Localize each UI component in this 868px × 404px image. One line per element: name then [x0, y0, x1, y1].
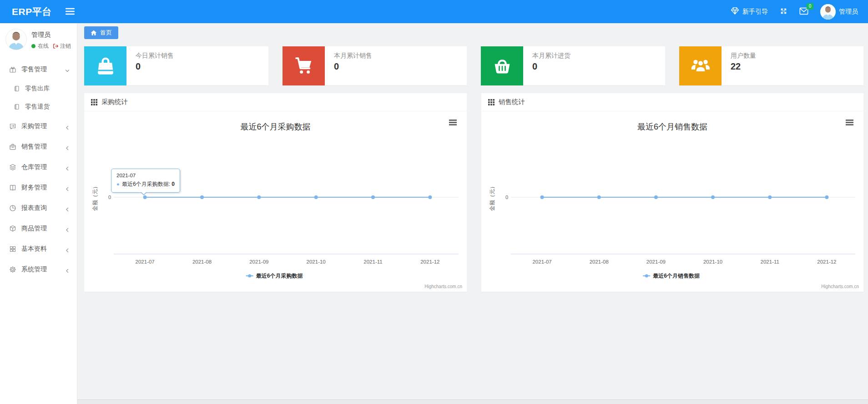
sidebar-item-warehouse[interactable]: 仓库管理	[0, 157, 77, 177]
chart-point	[597, 195, 601, 199]
svg-text:金额（元）: 金额（元）	[489, 184, 495, 211]
footer	[77, 399, 868, 404]
stat-card-month-purchase: 本月累计进货 0	[481, 46, 665, 85]
gift-icon	[9, 66, 16, 73]
line-chart-svg: 最近6个月采购数据金额（元）02021-072021-082021-092021…	[84, 111, 467, 291]
sales-chart: 最近6个月销售数据金额（元）02021-072021-082021-092021…	[481, 111, 863, 291]
sidebar: 管理员 在线 注销 零售管理 零售出库 零售退货	[0, 23, 77, 404]
sales-stats-panel: 销售统计 最近6个月销售数据金额（元）02021-072021-082021-0…	[481, 93, 863, 292]
stat-value: 0	[334, 61, 372, 72]
stat-card-month-sales: 本月累计销售 0	[283, 46, 467, 85]
sidebar-toggle-button[interactable]	[66, 7, 75, 16]
svg-text:最近6个月采购数据: 最近6个月采购数据	[256, 273, 303, 279]
sidebar-item-reports[interactable]: 报表查询	[0, 198, 77, 218]
chevron-left-icon	[65, 247, 70, 251]
chart-point	[428, 195, 432, 199]
message-count-badge: 0	[807, 3, 813, 10]
sidebar-item-sales[interactable]: 销售管理	[0, 136, 77, 157]
fullscreen-button[interactable]	[780, 7, 787, 16]
stat-label: 今日累计销售	[136, 52, 174, 60]
chart-point	[540, 195, 544, 199]
svg-text:Highcharts.com.cn: Highcharts.com.cn	[821, 284, 859, 289]
chevron-left-icon	[65, 267, 70, 272]
panel-title: 采购统计	[101, 98, 128, 106]
chevron-down-icon	[65, 67, 70, 72]
messages-button[interactable]: 0	[799, 7, 808, 16]
svg-text:2021-12: 2021-12	[817, 259, 836, 264]
chevron-left-icon	[65, 145, 70, 149]
layers-icon	[9, 164, 16, 171]
fullscreen-icon	[780, 7, 787, 16]
app-logo: ERP平台	[0, 5, 52, 18]
svg-text:最近6个月销售数据: 最近6个月销售数据	[653, 273, 700, 279]
sidebar-item-label: 采购管理	[21, 122, 47, 130]
sidebar-item-label: 仓库管理	[21, 163, 47, 171]
th-grid-icon	[91, 99, 97, 105]
svg-text:2021-10: 2021-10	[307, 259, 326, 264]
svg-text:0: 0	[108, 195, 111, 200]
sidebar-user-block: 管理员 在线 注销	[0, 23, 77, 58]
chevron-left-icon	[65, 206, 70, 210]
series-dot-icon: ●	[116, 181, 120, 187]
top-navbar: ERP平台 新手引导 0 管理员	[0, 0, 868, 23]
book-icon	[14, 104, 20, 110]
avatar	[820, 4, 836, 20]
chart-point	[371, 195, 375, 199]
sidebar-username: 管理员	[31, 31, 71, 39]
sidebar-item-basic-data[interactable]: 基本资料	[0, 239, 77, 259]
tab-home[interactable]: 首页	[84, 26, 118, 39]
briefcase-icon	[9, 143, 16, 150]
sidebar-item-system[interactable]: 系统管理	[0, 259, 77, 279]
chart-point	[654, 195, 658, 199]
sidebar-item-retail-outbound[interactable]: 零售出库	[0, 80, 77, 98]
sidebar-item-label: 基本资料	[21, 245, 47, 253]
tab-home-label: 首页	[100, 29, 112, 37]
sidebar-item-label: 销售管理	[21, 143, 47, 151]
pie-chart-icon	[9, 204, 16, 212]
sidebar-item-goods[interactable]: 商品管理	[0, 218, 77, 239]
chat-icon	[9, 123, 16, 130]
sidebar-item-label: 零售管理	[21, 65, 47, 74]
main-content: 首页 今日累计销售 0 本月累计销售 0	[77, 23, 868, 404]
chart-point	[314, 195, 318, 199]
sidebar-item-label: 零售退货	[25, 103, 50, 111]
sidebar-item-retail-return[interactable]: 零售退货	[0, 98, 77, 116]
line-chart-svg: 最近6个月销售数据金额（元）02021-072021-082021-092021…	[481, 111, 863, 291]
chart-point	[257, 195, 261, 199]
chart-context-menu-button[interactable]	[449, 120, 457, 125]
guide-button[interactable]: 新手引导	[731, 7, 768, 16]
logout-label: 注销	[60, 42, 71, 50]
tooltip-series: ● 最近6个月采购数据: 0	[116, 180, 175, 188]
chart-context-menu-button[interactable]	[846, 120, 853, 125]
sidebar-item-label: 财务管理	[21, 184, 47, 192]
hamburger-icon	[66, 8, 75, 15]
th-grid-icon	[488, 99, 495, 105]
book-icon	[14, 85, 20, 92]
stat-label: 本月累计销售	[334, 52, 372, 60]
sidebar-item-label: 报表查询	[21, 204, 47, 212]
purchase-chart: 最近6个月采购数据金额（元）02021-072021-082021-092021…	[84, 111, 467, 291]
stat-card-user-count: 用户数量 22	[679, 46, 863, 85]
open-book-icon	[9, 184, 16, 191]
purchase-stats-panel: 采购统计 2021-07 ● 最近6个月采购数据: 0 最近6个月采购数据金额（…	[84, 93, 467, 292]
chevron-left-icon	[65, 165, 70, 170]
stat-value: 0	[136, 61, 174, 72]
online-status-dot	[31, 44, 35, 48]
grid-icon	[9, 245, 16, 253]
svg-text:2021-08: 2021-08	[590, 259, 609, 264]
user-menu[interactable]: 管理员	[820, 4, 858, 20]
sidebar-item-retail[interactable]: 零售管理	[0, 59, 77, 80]
sidebar-item-purchase[interactable]: 采购管理	[0, 116, 77, 136]
svg-text:2021-11: 2021-11	[363, 259, 382, 264]
logout-button[interactable]: 注销	[53, 42, 71, 50]
chart-point	[768, 195, 772, 199]
sidebar-item-label: 商品管理	[21, 224, 47, 233]
cart-icon	[283, 46, 325, 85]
svg-text:最近6个月采购数据: 最近6个月采购数据	[240, 122, 310, 131]
svg-text:2021-11: 2021-11	[761, 259, 779, 264]
basket-icon	[481, 46, 523, 85]
chevron-left-icon	[65, 124, 70, 129]
sidebar-item-finance[interactable]: 财务管理	[0, 177, 77, 198]
svg-text:2021-08: 2021-08	[192, 259, 212, 264]
sidebar-item-label: 零售出库	[25, 85, 50, 93]
